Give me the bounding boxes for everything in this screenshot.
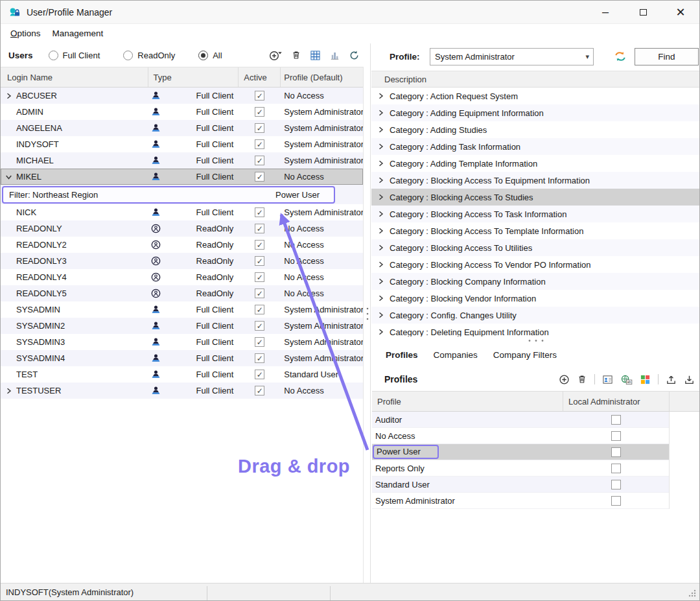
active-checkbox[interactable]: ✓ — [255, 321, 264, 331]
column-header-type[interactable]: Type — [148, 67, 239, 87]
profile-row-reports-only[interactable]: Reports Only — [372, 460, 669, 477]
column-header-active[interactable]: Active — [239, 67, 281, 87]
expand-icon[interactable] — [378, 143, 384, 150]
local-admin-checkbox[interactable] — [611, 496, 621, 506]
user-row-abcuser[interactable]: ABCUSERFull Client✓No Access — [1, 88, 363, 104]
column-header-profile-default[interactable]: Profile (Default) — [281, 67, 363, 87]
expand-icon[interactable] — [6, 93, 12, 99]
description-item[interactable]: Category : Blocking Company Information — [371, 273, 700, 290]
user-row-testuser[interactable]: TESTUSERFull Client✓No Access — [1, 383, 363, 399]
minimize-button[interactable]: – — [587, 1, 624, 23]
user-row-readonly4[interactable]: READONLY4ReadOnly✓No Access — [1, 269, 363, 285]
user-row-readonly2[interactable]: READONLY2ReadOnly✓No Access — [1, 237, 363, 253]
expand-icon[interactable] — [378, 126, 384, 133]
menu-item-management[interactable]: Management — [47, 24, 110, 43]
user-row-nick[interactable]: NICKFull Client✓System Administrator — [1, 204, 363, 220]
user-card-icon[interactable] — [602, 374, 613, 385]
user-row-mikel[interactable]: MIKELFull Client✓No Access — [1, 169, 363, 185]
panel-splitter-grip[interactable] — [366, 307, 369, 321]
menu-item-options[interactable]: Options — [5, 24, 47, 43]
active-checkbox[interactable]: ✓ — [255, 172, 264, 182]
column-header-local-administrator[interactable]: Local Administrator — [563, 392, 670, 411]
find-button[interactable]: Find — [635, 48, 699, 65]
profile-drag-source[interactable]: Power User — [373, 445, 439, 459]
user-row-test[interactable]: TESTFull Client✓Standard User — [1, 366, 363, 383]
expand-icon[interactable] — [378, 312, 384, 318]
import-icon[interactable] — [684, 374, 695, 385]
close-button[interactable]: ✕ — [662, 1, 699, 23]
active-checkbox[interactable]: ✓ — [255, 207, 264, 217]
user-row-readonly3[interactable]: READONLY3ReadOnly✓No Access — [1, 253, 363, 269]
profile-row-standard-user[interactable]: Standard User — [372, 477, 669, 493]
expand-icon[interactable] — [378, 278, 384, 285]
expand-icon[interactable] — [378, 261, 384, 268]
expand-icon[interactable] — [378, 93, 384, 99]
expand-icon[interactable] — [378, 228, 384, 234]
active-checkbox[interactable]: ✓ — [255, 272, 264, 282]
active-checkbox[interactable]: ✓ — [255, 386, 264, 395]
maximize-button[interactable] — [624, 1, 662, 23]
active-checkbox[interactable]: ✓ — [255, 139, 264, 149]
export-icon[interactable] — [666, 374, 677, 385]
active-checkbox[interactable]: ✓ — [255, 289, 264, 298]
delete-icon[interactable] — [577, 374, 587, 384]
local-admin-checkbox[interactable] — [611, 464, 621, 473]
expand-icon[interactable] — [378, 329, 384, 335]
add-icon[interactable] — [559, 374, 570, 385]
collapse-icon[interactable] — [6, 174, 12, 180]
user-row-sysadmin3[interactable]: SYSADMIN3Full Client✓System Administrato… — [1, 334, 363, 350]
description-item[interactable]: Category : Blocking Vendor Information — [371, 290, 700, 307]
user-row-admin[interactable]: ADMINFull Client✓System Administrator — [1, 104, 363, 120]
matrix-icon[interactable] — [640, 374, 651, 385]
tab-company-filters[interactable]: Company Filters — [487, 346, 563, 364]
filter-drop-target[interactable]: Filter: Northeast RegionPower User — [2, 186, 335, 204]
delete-icon[interactable] — [291, 50, 301, 60]
active-checkbox[interactable]: ✓ — [255, 353, 264, 363]
user-row-sysadmin4[interactable]: SYSADMIN4Full Client✓System Administrato… — [1, 350, 363, 366]
local-admin-checkbox[interactable] — [611, 480, 621, 489]
expand-icon[interactable] — [378, 295, 384, 301]
column-header-login-name[interactable]: Login Name — [1, 67, 148, 87]
refresh-icon[interactable] — [349, 50, 360, 61]
active-checkbox[interactable]: ✓ — [255, 240, 264, 250]
description-item[interactable]: Category : Action Request System — [371, 88, 700, 104]
expand-icon[interactable] — [378, 177, 384, 183]
active-checkbox[interactable]: ✓ — [255, 107, 264, 117]
local-admin-checkbox[interactable] — [611, 431, 621, 441]
user-row-readonly5[interactable]: READONLY5ReadOnly✓No Access — [1, 285, 363, 301]
radio-all[interactable]: All — [198, 51, 222, 60]
expand-icon[interactable] — [378, 194, 384, 200]
user-row-readonly[interactable]: READONLYReadOnly✓No Access — [1, 220, 363, 237]
active-checkbox[interactable]: ✓ — [255, 305, 264, 314]
rename-icon[interactable]: ab — [620, 374, 633, 385]
description-item[interactable]: Category : Blocking Access To Task Infor… — [371, 206, 700, 222]
user-row-sysadmin[interactable]: SYSADMINFull Client✓System Administrator — [1, 301, 363, 318]
grid-view-icon[interactable] — [310, 50, 321, 61]
description-item[interactable]: Category : Blocking Access To Utilities — [371, 239, 700, 256]
active-checkbox[interactable]: ✓ — [255, 337, 264, 347]
profile-row-system-administrator[interactable]: System Administrator — [372, 493, 669, 509]
horizontal-splitter[interactable] — [371, 336, 700, 344]
resize-grip[interactable] — [688, 589, 697, 598]
expand-icon[interactable] — [6, 388, 12, 394]
active-checkbox[interactable]: ✓ — [255, 370, 264, 379]
column-header-profile[interactable]: Profile — [372, 392, 563, 411]
local-admin-checkbox[interactable] — [611, 447, 621, 457]
radio-readonly[interactable]: ReadOnly — [123, 51, 175, 60]
add-user-icon[interactable] — [268, 49, 283, 61]
tab-companies[interactable]: Companies — [427, 346, 484, 364]
active-checkbox[interactable]: ✓ — [255, 91, 264, 100]
description-item[interactable]: Category : Adding Equipment Information — [371, 104, 700, 121]
user-row-indysoft[interactable]: INDYSOFTFull Client✓System Administrator — [1, 136, 363, 152]
radio-full-client[interactable]: Full Client — [49, 51, 100, 60]
description-item[interactable]: Category : Config. Changes Utility — [371, 307, 700, 324]
description-item[interactable]: Category : Blocking Access To Equipment … — [371, 172, 700, 189]
local-admin-checkbox[interactable] — [611, 415, 621, 425]
chart-icon[interactable] — [329, 50, 340, 61]
description-item[interactable]: Category : Blocking Access To Vendor PO … — [371, 256, 700, 273]
profile-dropdown[interactable]: System Administrator ▾ — [430, 48, 594, 65]
active-checkbox[interactable]: ✓ — [255, 156, 264, 165]
user-row-sysadmin2[interactable]: SYSADMIN2Full Client✓System Administrato… — [1, 318, 363, 334]
description-item[interactable]: Category : Adding Task Information — [371, 138, 700, 155]
filter-row[interactable]: Filter: Northeast RegionPower User — [1, 185, 363, 204]
